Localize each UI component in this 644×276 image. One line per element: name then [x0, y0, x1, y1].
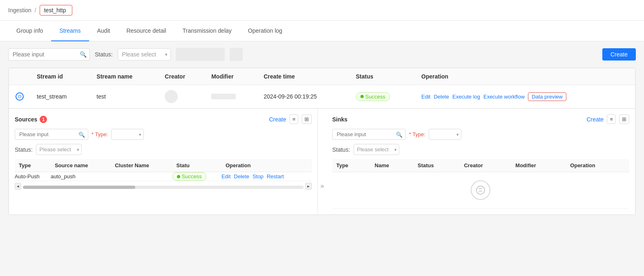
sources-search-wrap: 🔍: [15, 129, 88, 140]
tab-audit[interactable]: Audit: [89, 21, 119, 41]
sinks-empty-row: [332, 172, 629, 209]
sources-status-select[interactable]: Please select: [36, 144, 82, 155]
sinks-status-select-wrap: Please select ▾: [353, 144, 399, 155]
sources-th-cluster: Cluster Name: [111, 159, 172, 172]
data-preview-link[interactable]: Data preview: [528, 92, 566, 101]
tab-group-info[interactable]: Group info: [8, 21, 51, 41]
sinks-table-wrapper: Type Name Status Creator Modifier Operat…: [332, 159, 629, 209]
breadcrumb-parent[interactable]: Ingestion: [8, 7, 31, 13]
th-status: Status: [349, 68, 415, 85]
status-cell: Success: [349, 85, 415, 108]
sources-title-wrap: Sources 1: [15, 116, 47, 123]
source-edit-link[interactable]: Edit: [221, 173, 230, 180]
th-stream-id: Stream id: [30, 68, 90, 85]
stream-name-cell: test: [90, 85, 158, 108]
operation-cell: Edit Delete Execute log Execute workflow…: [415, 85, 635, 108]
breadcrumb-separator: /: [35, 7, 36, 13]
create-time-cell: 2024-09-26 00:19:25: [257, 85, 349, 108]
execute-workflow-link[interactable]: Execute workflow: [483, 94, 525, 100]
sinks-title: Sinks: [332, 116, 347, 123]
status-badge: Success: [356, 92, 390, 101]
expand-content: Sources 1 Create ≡ ⊞: [9, 108, 635, 214]
source-status-text: Success: [182, 173, 202, 180]
th-operation: Operation: [415, 68, 635, 85]
breadcrumb-bar: Ingestion / test_http: [0, 0, 644, 21]
sinks-list-view-btn[interactable]: ≡: [607, 114, 616, 124]
status-dot: [360, 95, 364, 98]
modifier-cell: [205, 85, 257, 108]
blurred-filter-2: [230, 48, 243, 61]
stream-id-cell: test_stream: [30, 85, 90, 108]
sinks-status-select[interactable]: Please select: [353, 144, 399, 155]
tab-resource-detail[interactable]: Resource detail: [118, 21, 174, 41]
sources-list-view-btn[interactable]: ≡: [289, 114, 298, 124]
status-filter-label: Status:: [95, 51, 113, 58]
tab-operation-log[interactable]: Operation log: [240, 21, 291, 41]
expand-icon[interactable]: ⊙: [16, 92, 24, 101]
source-status-dot: [177, 175, 180, 178]
stream-search-input[interactable]: [8, 48, 90, 61]
status-text: Success: [365, 94, 385, 100]
sources-status-select-wrap: Please select ▾: [36, 144, 82, 155]
tab-transmission-delay[interactable]: Transmission delay: [174, 21, 240, 41]
sources-create-link[interactable]: Create: [269, 116, 286, 123]
sources-h-scroll[interactable]: [23, 186, 304, 189]
sources-scroll-left[interactable]: ◂: [15, 183, 21, 190]
sources-status-filter-row: Status: Please select ▾: [15, 144, 312, 155]
source-status-badge: Success: [172, 172, 206, 181]
th-modifier: Modifier: [205, 68, 257, 85]
th-creator: Creator: [158, 68, 205, 85]
sources-header-row: Type Source name Cluster Name Statu Oper…: [15, 159, 312, 172]
sources-badge: 1: [40, 116, 47, 123]
status-select[interactable]: Please select: [118, 48, 171, 61]
edit-link[interactable]: Edit: [421, 94, 430, 100]
execute-log-link[interactable]: Execute log: [452, 94, 480, 100]
th-expand: [9, 68, 31, 85]
sinks-th-modifier: Modifier: [511, 159, 566, 172]
delete-link[interactable]: Delete: [434, 94, 449, 100]
panel-expand-arrow[interactable]: »: [318, 182, 326, 190]
table-header-row: Stream id Stream name Creator Modifier C…: [9, 68, 635, 85]
sources-data-row: Auto-Push auto_push Success: [15, 172, 312, 181]
sinks-status-filter-row: Status: Please select ▾: [332, 144, 629, 155]
create-stream-button[interactable]: Create: [602, 48, 636, 61]
source-name-cell: auto_push: [51, 172, 111, 181]
sinks-status-label: Status:: [332, 146, 350, 153]
sources-panel: Sources 1 Create ≡ ⊞: [9, 109, 318, 214]
stream-table: Stream id Stream name Creator Modifier C…: [9, 68, 635, 215]
sources-scroll-bar-wrap: ◂ ▸: [15, 183, 312, 190]
expand-content-cell: Sources 1 Create ≡ ⊞: [9, 108, 635, 215]
sinks-type-label: * Type:: [409, 131, 425, 137]
sources-th-status: Statu: [172, 159, 221, 172]
sinks-search-input[interactable]: [332, 129, 406, 140]
svg-point-0: [476, 186, 485, 194]
breadcrumb-current[interactable]: test_http: [40, 5, 72, 16]
source-status-cell: Success: [172, 172, 221, 181]
sinks-create-link[interactable]: Create: [586, 116, 604, 123]
sources-header: Sources 1 Create ≡ ⊞: [15, 114, 312, 124]
sinks-type-select[interactable]: [429, 129, 461, 140]
sinks-grid-view-btn[interactable]: ⊞: [619, 114, 629, 124]
source-restart-link[interactable]: Restart: [267, 173, 284, 180]
sinks-th-creator: Creator: [460, 159, 511, 172]
expand-row: Sources 1 Create ≡ ⊞: [9, 108, 635, 215]
source-type-cell: Auto-Push: [15, 172, 51, 181]
sources-grid-view-btn[interactable]: ⊞: [302, 114, 312, 124]
sources-filter-row: 🔍 * Type: ▾: [15, 129, 312, 140]
table-row: ⊙ test_stream test 2024-09-26 00:19:25: [9, 85, 635, 108]
sources-table-wrapper: Type Source name Cluster Name Statu Oper…: [15, 159, 312, 190]
sources-table: Type Source name Cluster Name Statu Oper…: [15, 159, 312, 181]
stream-search-button[interactable]: 🔍: [80, 51, 87, 58]
source-delete-link[interactable]: Delete: [234, 173, 249, 180]
sinks-search-wrap: 🔍: [332, 129, 406, 140]
source-op-links: Edit Delete Stop Restart: [221, 173, 312, 180]
sinks-header-row: Type Name Status Creator Modifier Operat…: [332, 159, 629, 172]
sources-title: Sources: [15, 116, 37, 123]
source-op-cell: Edit Delete Stop Restart: [221, 172, 312, 181]
source-stop-link[interactable]: Stop: [253, 173, 264, 180]
sources-search-input[interactable]: [15, 129, 88, 140]
sinks-panel: Sinks Create ≡ ⊞: [326, 109, 635, 214]
tab-streams[interactable]: Streams: [51, 21, 89, 41]
sources-scroll-right[interactable]: ▸: [305, 183, 312, 190]
sources-type-select[interactable]: [111, 129, 144, 140]
